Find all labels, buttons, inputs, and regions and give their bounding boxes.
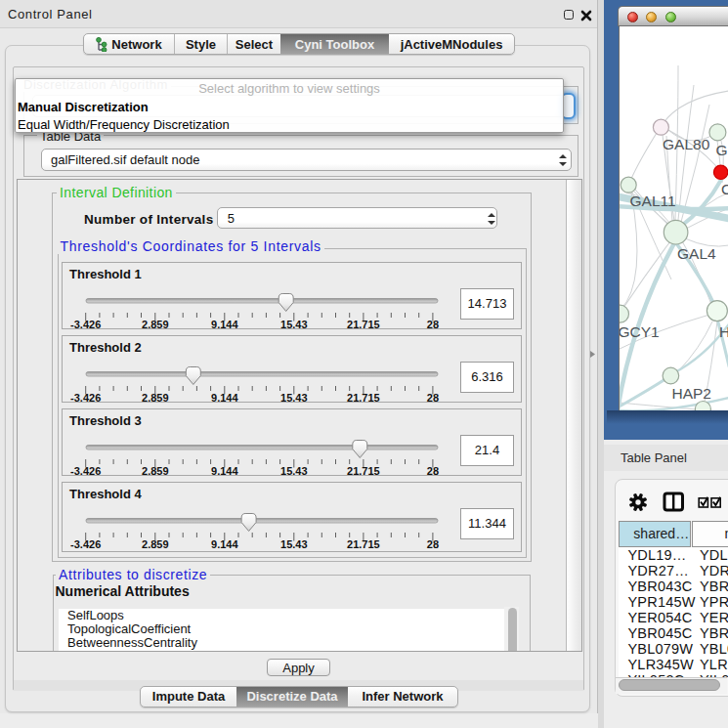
svg-text:21.715: 21.715: [347, 538, 380, 550]
svg-text:-3.426: -3.426: [70, 465, 101, 477]
svg-text:H: H: [719, 323, 728, 340]
svg-text:28: 28: [427, 538, 439, 550]
svg-text:2.859: 2.859: [142, 538, 169, 550]
svg-text:15.43: 15.43: [280, 319, 308, 330]
svg-text:2.859: 2.859: [142, 319, 169, 330]
svg-text:28: 28: [427, 319, 439, 330]
svg-text:G: G: [716, 142, 728, 158]
svg-text:2.859: 2.859: [142, 465, 169, 477]
svg-text:15.43: 15.43: [280, 392, 308, 404]
svg-text:GCY1: GCY1: [620, 323, 660, 340]
svg-text:28: 28: [427, 392, 439, 404]
svg-text:15.43: 15.43: [280, 465, 308, 477]
svg-text:9.144: 9.144: [211, 538, 238, 550]
svg-text:C: C: [721, 181, 728, 197]
svg-text:-3.426: -3.426: [70, 319, 101, 330]
svg-text:28: 28: [427, 465, 439, 477]
svg-text:9.144: 9.144: [211, 319, 238, 330]
svg-text:15.43: 15.43: [280, 538, 308, 550]
svg-text:2.859: 2.859: [142, 392, 169, 404]
svg-text:21.715: 21.715: [347, 465, 380, 477]
svg-text:GAL80: GAL80: [663, 136, 710, 152]
svg-text:9.144: 9.144: [211, 392, 238, 404]
svg-text:GAL11: GAL11: [630, 193, 676, 209]
svg-text:GAL4: GAL4: [677, 245, 716, 262]
svg-text:-3.426: -3.426: [70, 538, 101, 550]
svg-text:-3.426: -3.426: [70, 392, 101, 404]
svg-text:21.715: 21.715: [347, 392, 380, 404]
svg-text:HAP2: HAP2: [672, 385, 712, 402]
svg-text:21.715: 21.715: [347, 319, 380, 330]
svg-text:9.144: 9.144: [211, 465, 238, 477]
